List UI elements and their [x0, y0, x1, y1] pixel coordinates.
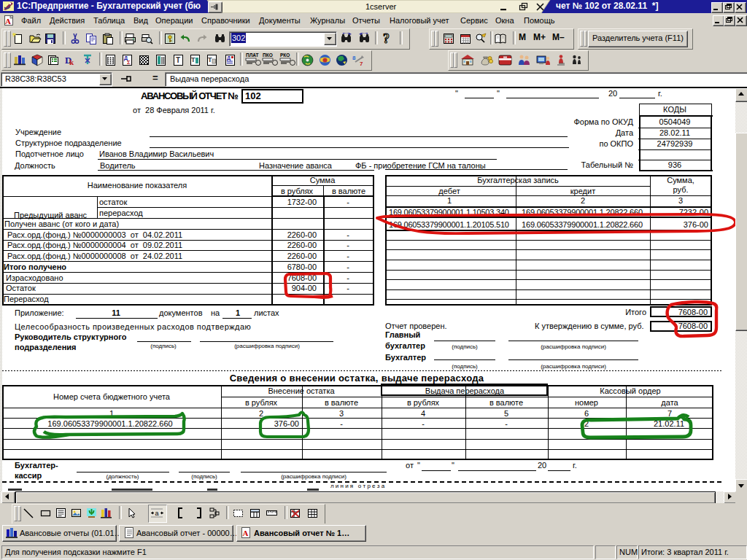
svg-text:a: a	[155, 510, 159, 517]
svg-text:A: A	[243, 529, 249, 537]
